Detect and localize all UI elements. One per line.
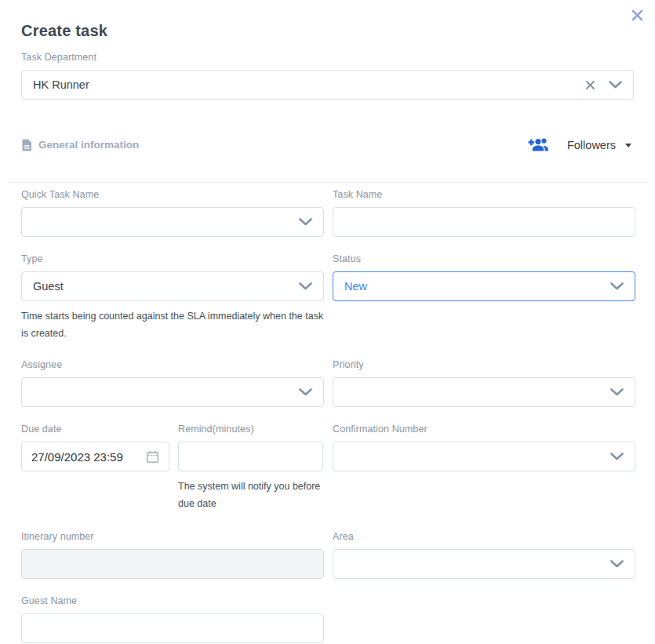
task-department-select[interactable]: HK Runner: [21, 70, 634, 100]
page-title: Create task: [21, 22, 634, 40]
priority-select[interactable]: [333, 377, 635, 407]
quick-task-name-group: Quick Task Name: [21, 189, 324, 237]
followers-label: Followers: [567, 139, 616, 151]
itinerary-number-group: Itinerary number: [21, 531, 324, 579]
confirmation-number-select[interactable]: [333, 442, 635, 471]
priority-group: Priority: [333, 359, 635, 407]
itinerary-number-label: Itinerary number: [21, 531, 324, 542]
chevron-down-icon: [299, 282, 312, 290]
followers-control[interactable]: Followers: [528, 137, 631, 152]
status-select[interactable]: New: [333, 271, 635, 301]
type-label: Type: [21, 253, 324, 264]
status-label: Status: [333, 253, 635, 264]
remind-group: Remind(minutes) The system will notify y…: [178, 424, 323, 512]
chevron-down-icon: [610, 282, 624, 290]
guest-name-input[interactable]: [21, 613, 324, 643]
itinerary-number-input: [21, 549, 324, 579]
area-select[interactable]: [333, 549, 635, 579]
assignee-group: Assignee: [21, 359, 324, 407]
type-helper-text: Time starts being counted against the SL…: [21, 307, 324, 342]
remind-input[interactable]: [178, 442, 323, 471]
due-remind-cluster: Due date 27/09/2023 23:59: [21, 424, 324, 512]
remind-helper-text: The system will notify you before due da…: [178, 478, 323, 512]
guest-name-group: Guest Name: [21, 595, 324, 643]
confirmation-number-label: Confirmation Number: [333, 424, 635, 435]
type-group: Type Guest Time starts being counted aga…: [21, 253, 324, 342]
task-department-label: Task Department: [21, 52, 634, 63]
chevron-down-icon: [299, 388, 312, 396]
close-icon[interactable]: [629, 7, 645, 23]
assignee-select[interactable]: [21, 377, 324, 407]
document-icon: [21, 139, 32, 151]
clear-icon[interactable]: [585, 80, 595, 90]
caret-down-icon: [625, 144, 631, 147]
quick-task-name-select[interactable]: [21, 207, 324, 237]
due-date-group: Due date 27/09/2023 23:59: [21, 424, 169, 512]
remind-label: Remind(minutes): [178, 424, 323, 435]
chevron-down-icon: [609, 81, 622, 89]
due-date-label: Due date: [21, 424, 169, 435]
area-group: Area: [333, 531, 635, 579]
type-select[interactable]: Guest: [21, 271, 324, 301]
calendar-icon[interactable]: [146, 450, 159, 464]
area-label: Area: [333, 531, 635, 542]
chevron-down-icon: [610, 388, 624, 396]
chevron-down-icon: [299, 218, 312, 226]
task-name-label: Task Name: [333, 189, 635, 200]
status-group: Status New: [333, 253, 635, 301]
due-date-input[interactable]: 27/09/2023 23:59: [21, 442, 169, 471]
task-name-group: Task Name: [333, 189, 635, 237]
task-department-value: HK Runner: [33, 78, 89, 91]
chevron-down-icon: [610, 560, 624, 568]
priority-label: Priority: [333, 359, 635, 370]
confirmation-number-group: Confirmation Number: [333, 424, 635, 471]
task-name-input[interactable]: [333, 207, 635, 237]
quick-task-name-label: Quick Task Name: [21, 189, 324, 200]
assignee-label: Assignee: [21, 359, 324, 370]
general-information-header: General information: [21, 139, 139, 151]
add-followers-icon[interactable]: [528, 137, 550, 152]
create-task-dialog: Create task Task Department HK Runner: [0, 0, 655, 644]
guest-name-label: Guest Name: [21, 595, 324, 606]
chevron-down-icon: [610, 453, 624, 460]
section-title-label: General information: [38, 139, 139, 151]
